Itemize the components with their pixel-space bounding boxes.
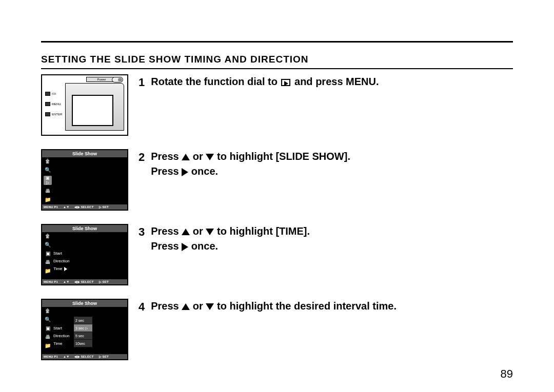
lcd-footer-text: ▲▼ bbox=[63, 204, 69, 210]
lcd-footer-text: ▷ SET bbox=[99, 354, 109, 359]
lcd-title: Slide Show bbox=[42, 225, 127, 232]
manual-page: SETTING THE SLIDE SHOW TIMING AND DIRECT… bbox=[41, 41, 513, 372]
ioi-label: IOI bbox=[52, 92, 56, 95]
step-row: Slide Show 🗑🔍▣ ▷🖶📁 MENU P1▲▼◀▶ SELECT▷ S… bbox=[41, 149, 513, 221]
lcd-menu-icon: 📁 bbox=[44, 197, 52, 202]
lcd-thumb: Slide Show 🗑🔍▣🖶📁 StartDirectionTime 2 se… bbox=[41, 299, 128, 360]
instruction: 2 Press or to highlight [SLIDE SHOW].Pre… bbox=[138, 149, 513, 179]
down-icon bbox=[206, 154, 214, 160]
step-text: Press or to highlight the desired interv… bbox=[151, 299, 513, 315]
lcd-menu-icon: 🔍 bbox=[44, 167, 52, 173]
instruction: 4 Press or to highlight the desired inte… bbox=[138, 299, 513, 315]
play-icon bbox=[281, 79, 290, 86]
step-number: 2 bbox=[138, 149, 145, 179]
down-icon bbox=[206, 229, 214, 235]
lcd-thumb: Slide Show 🗑🔍▣🖶📁 StartDirectionTime MENU… bbox=[41, 224, 128, 285]
step-row: Power IOI MENU ENTER 1 Rotate the functi… bbox=[41, 74, 513, 146]
content: Power IOI MENU ENTER 1 Rotate the functi… bbox=[41, 74, 513, 370]
step-row: Slide Show 🗑🔍▣🖶📁 StartDirectionTime 2 se… bbox=[41, 299, 513, 370]
lcd-menu-icon: ▣ ▷ bbox=[44, 176, 52, 185]
lcd-option: Time bbox=[53, 340, 70, 347]
step-number: 1 bbox=[138, 74, 145, 91]
lcd-menu-icon: 🖶 bbox=[44, 259, 52, 265]
lcd-footer-text: MENU P1 bbox=[44, 279, 58, 284]
lcd-footer-text: ▷ SET bbox=[99, 204, 109, 210]
step-text: Rotate the function dial to and press ME… bbox=[151, 74, 513, 91]
lcd-menu-options: StartDirectionTime bbox=[53, 324, 70, 347]
lcd-menu-icon: 📁 bbox=[44, 268, 52, 274]
lcd-menu-icon: 🔍 bbox=[44, 242, 52, 247]
lcd-menu-options: StartDirectionTime bbox=[53, 250, 70, 273]
enter-label: ENTER bbox=[52, 113, 62, 116]
up-icon bbox=[182, 303, 190, 310]
lcd-icon-strip: 🗑🔍▣ ▷🖶📁 bbox=[44, 158, 52, 202]
instruction: 3 Press or to highlight [TIME].Press onc… bbox=[138, 224, 513, 254]
step-text: Press or to highlight [TIME].Press once. bbox=[151, 224, 513, 254]
lcd-sub-option: 3 sec▷ bbox=[74, 324, 92, 332]
camera-button-icon bbox=[45, 102, 50, 106]
lcd-menu-icon: 🖶 bbox=[44, 334, 52, 340]
lcd-option: Direction bbox=[53, 332, 70, 340]
lcd-menu-icon: 🗑 bbox=[44, 233, 52, 239]
step-row: Slide Show 🗑🔍▣🖶📁 StartDirectionTime MENU… bbox=[41, 224, 513, 296]
lcd-submenu: 2 sec3 sec▷5 sec10sec bbox=[74, 317, 92, 347]
instruction: 1 Rotate the function dial to and press … bbox=[138, 74, 513, 91]
camera-thumb: Power IOI MENU ENTER bbox=[41, 74, 128, 136]
lcd-menu-icon: 🗑 bbox=[44, 308, 52, 314]
lcd-menu-icon: 🔍 bbox=[44, 317, 52, 322]
power-slider-icon bbox=[112, 77, 123, 82]
lcd-footer: MENU P1▲▼◀▶ SELECT▷ SET bbox=[42, 279, 127, 284]
page-number: 89 bbox=[501, 367, 513, 381]
lcd-menu-icon: 📁 bbox=[44, 343, 52, 348]
section-title: SETTING THE SLIDE SHOW TIMING AND DIRECT… bbox=[41, 54, 513, 65]
lcd-option: Time bbox=[53, 265, 70, 273]
camera-screen-icon bbox=[72, 95, 113, 126]
lcd-sub-option: 10sec bbox=[74, 340, 92, 347]
up-icon bbox=[182, 229, 190, 235]
up-icon bbox=[182, 154, 190, 160]
lcd-footer-text: MENU P1 bbox=[44, 354, 58, 359]
menu-label: MENU bbox=[52, 102, 61, 106]
lcd-footer-text: ◀▶ SELECT bbox=[74, 354, 93, 359]
camera-button-icon bbox=[45, 92, 50, 96]
section-rule bbox=[41, 68, 513, 69]
right-icon bbox=[182, 168, 188, 176]
lcd-footer-text: ▷ SET bbox=[99, 279, 109, 284]
lcd-footer-text: ▲▼ bbox=[63, 354, 69, 359]
camera-button-icon bbox=[45, 112, 50, 116]
lcd-footer-text: MENU P1 bbox=[44, 204, 58, 210]
lcd-footer: MENU P1▲▼◀▶ SELECT▷ SET bbox=[42, 204, 127, 210]
lcd-title: Slide Show bbox=[42, 300, 127, 307]
lcd-option: Start bbox=[53, 250, 70, 257]
down-icon bbox=[206, 303, 214, 310]
lcd-sub-option: 5 sec bbox=[74, 332, 92, 340]
lcd-title: Slide Show bbox=[42, 150, 127, 157]
right-icon: ▷ bbox=[85, 326, 88, 330]
lcd-footer-text: ◀▶ SELECT bbox=[74, 279, 93, 284]
lcd-menu-icon: 🗑 bbox=[44, 158, 52, 164]
lcd-footer-text: ▲▼ bbox=[63, 279, 69, 284]
lcd-footer-text: ◀▶ SELECT bbox=[74, 204, 93, 210]
lcd-icon-strip: 🗑🔍▣🖶📁 bbox=[44, 233, 52, 274]
step-text: Press or to highlight [SLIDE SHOW].Press… bbox=[151, 149, 513, 179]
lcd-menu-icon: 🖶 bbox=[44, 188, 52, 194]
right-icon bbox=[182, 243, 188, 251]
lcd-footer: MENU P1▲▼◀▶ SELECT▷ SET bbox=[42, 354, 127, 359]
step-number: 4 bbox=[138, 299, 145, 315]
lcd-menu-icon: ▣ bbox=[44, 325, 52, 331]
lcd-thumb: Slide Show 🗑🔍▣ ▷🖶📁 MENU P1▲▼◀▶ SELECT▷ S… bbox=[41, 149, 128, 211]
lcd-icon-strip: 🗑🔍▣🖶📁 bbox=[44, 308, 52, 348]
lcd-sub-option: 2 sec bbox=[74, 317, 92, 324]
lcd-menu-icon: ▣ bbox=[44, 251, 52, 256]
right-icon bbox=[64, 267, 67, 271]
power-label: Power bbox=[97, 78, 106, 81]
lcd-option: Start bbox=[53, 324, 70, 332]
camera-body-icon bbox=[65, 83, 124, 131]
lcd-option: Direction bbox=[53, 257, 70, 265]
step-number: 3 bbox=[138, 224, 145, 254]
